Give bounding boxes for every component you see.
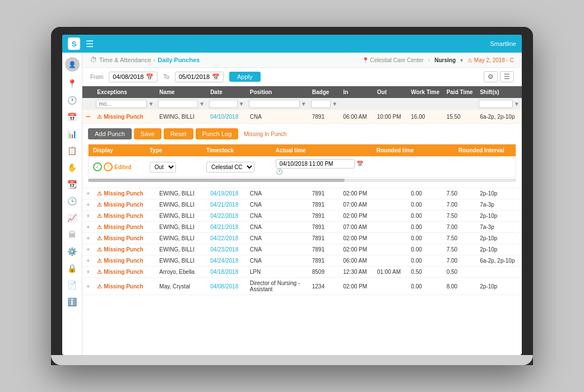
row-shift: 2p-10p — [476, 278, 522, 295]
row-date[interactable]: 04/23/2018 — [207, 244, 247, 255]
settings-icon-btn[interactable]: ⚙ — [484, 71, 498, 82]
col-expand — [82, 86, 94, 98]
exception-badge: ⚠ Missing Punch — [97, 224, 143, 230]
row-badge: 8509 — [309, 267, 340, 278]
sidebar-item-calendar[interactable]: 📅 — [65, 110, 80, 124]
col-in: In — [340, 86, 374, 98]
save-button[interactable]: Save — [134, 128, 161, 139]
sidebar-item-settings[interactable]: ⚙️ — [65, 244, 80, 259]
row-expand-btn[interactable]: + — [82, 199, 94, 211]
filter-name-icon[interactable]: ▼ — [199, 101, 205, 107]
clock-icon[interactable]: 🕐 — [276, 169, 282, 175]
sidebar-item-time[interactable]: 🕐 — [65, 93, 80, 108]
col-work-time: Work Time — [407, 86, 443, 98]
alert-label: ⚠ May 2, 2018 - C — [467, 57, 514, 63]
sidebar-item-location[interactable]: 📍 — [65, 76, 80, 91]
row-collapse-btn[interactable]: − — [82, 110, 94, 124]
row-date[interactable]: 04/19/2018 — [207, 188, 247, 199]
avatar[interactable]: 👤 — [65, 57, 80, 72]
sidebar-item-security[interactable]: 🔒 — [65, 261, 80, 276]
filter-date-input[interactable] — [209, 100, 238, 108]
row-out — [374, 211, 408, 222]
row-expand-btn[interactable]: + — [82, 267, 94, 278]
row-date[interactable]: 04/18/2018 — [207, 267, 247, 278]
to-label: To — [163, 74, 169, 80]
row-date[interactable]: 04/22/2018 — [207, 211, 247, 222]
row-name: EWING, BILLI — [156, 110, 207, 124]
location-label: 📍 Celestial Care Center — [362, 57, 424, 63]
timeclock-select[interactable]: Celestial CC — [206, 162, 254, 172]
filter-exceptions-icon[interactable]: ▼ — [148, 101, 154, 107]
list-icon-btn[interactable]: ☰ — [500, 71, 514, 82]
col-date: Date — [207, 86, 247, 98]
row-work-time: 0.50 — [407, 267, 443, 278]
row-date[interactable]: 04/08/2018 — [207, 278, 247, 295]
row-work-time: 0.00 — [407, 188, 443, 199]
sidebar-item-hand[interactable]: ✋ — [65, 160, 80, 175]
rounded-time — [372, 157, 454, 178]
row-out — [374, 222, 408, 233]
row-date[interactable]: 04/21/2018 — [207, 199, 247, 211]
row-date[interactable]: 04/21/2018 — [207, 222, 247, 233]
add-punch-button[interactable]: Add Punch — [88, 128, 132, 139]
col-shifts: Shift(s) — [476, 86, 522, 98]
type-select[interactable]: Out In — [150, 162, 176, 172]
row-shift — [476, 267, 522, 278]
row-in: 02:00 PM — [340, 188, 374, 199]
row-paid-time: 7.50 — [443, 244, 477, 255]
app-title: Smartline — [490, 40, 516, 47]
row-expand-btn[interactable]: + — [82, 188, 94, 199]
sidebar-item-clock[interactable]: 🕒 — [65, 194, 80, 208]
apply-button[interactable]: Apply — [229, 72, 261, 82]
row-out — [374, 244, 408, 255]
row-badge: 7891 — [309, 222, 340, 233]
table-row: + ⚠ Missing Punch Arroyo, Ebella 04/18/2… — [82, 267, 522, 278]
actual-time-input[interactable] — [276, 159, 355, 169]
from-calendar-icon[interactable]: 📅 — [146, 73, 154, 81]
punch-log-button[interactable]: Punch Log — [196, 128, 239, 139]
row-expand-btn[interactable]: + — [82, 233, 94, 244]
row-date[interactable]: 04/24/2018 — [207, 255, 247, 267]
from-date-input[interactable]: 04/08/2018 📅 — [109, 72, 157, 82]
to-calendar-icon[interactable]: 📅 — [212, 73, 220, 81]
inner-header-row: Display Type Timeclock Actual time Round… — [89, 144, 516, 157]
horizontal-scrollbar[interactable] — [88, 179, 516, 182]
filter-date-icon[interactable]: ▼ — [239, 101, 244, 107]
filter-shift-icon[interactable]: ▼ — [514, 101, 520, 107]
row-shift: 2p-10p — [476, 244, 522, 255]
row-expand-btn[interactable]: + — [82, 211, 94, 222]
filter-position-input[interactable] — [249, 100, 300, 108]
row-name: EWING, BILLI — [156, 188, 207, 199]
row-paid-time: 8.00 — [443, 278, 477, 295]
module-icon: ⏱ — [90, 56, 97, 64]
calendar-icon[interactable]: 📅 — [356, 161, 363, 167]
row-expand-btn[interactable]: + — [82, 222, 94, 233]
filter-badge-icon[interactable]: ▼ — [332, 101, 337, 107]
sidebar-item-schedule[interactable]: 📆 — [65, 177, 80, 192]
table-row: − ⚠ Missing Punch EWING, BILLI 04/10/201… — [82, 110, 522, 124]
to-date-input[interactable]: 05/01/2018 📅 — [175, 72, 224, 82]
col-out: Out — [374, 86, 408, 98]
row-expand-btn[interactable]: + — [82, 278, 94, 295]
row-date[interactable]: 04/10/2018 — [207, 110, 247, 124]
row-out: 10:00 PM — [374, 110, 408, 124]
breadcrumb-right: 📍 Celestial Care Center › Nursing ▾ ⚠ Ma… — [362, 57, 514, 63]
menu-icon[interactable]: ☰ — [86, 39, 94, 49]
reset-button[interactable]: Reset — [164, 128, 193, 139]
row-expand-btn[interactable]: + — [82, 244, 94, 255]
row-expand-btn[interactable]: + — [82, 255, 94, 267]
sidebar-item-docs[interactable]: 📋 — [65, 143, 80, 158]
sidebar-item-reports[interactable]: 📊 — [65, 127, 80, 141]
filter-position-icon[interactable]: ▼ — [301, 101, 307, 107]
sidebar-item-analytics[interactable]: 📈 — [65, 211, 80, 225]
sidebar-item-files[interactable]: 📄 — [65, 278, 80, 292]
sidebar-item-info[interactable]: ℹ️ — [65, 295, 80, 309]
filter-shift-input[interactable] — [479, 100, 513, 108]
rounded-interval — [454, 157, 516, 178]
filter-exceptions-input[interactable] — [96, 100, 147, 108]
filter-name-input[interactable] — [158, 100, 198, 108]
department-label[interactable]: Nursing — [434, 57, 456, 63]
row-date[interactable]: 04/22/2018 — [207, 233, 247, 244]
filter-badge-input[interactable] — [311, 100, 331, 108]
sidebar-item-institution[interactable]: 🏛 — [65, 227, 80, 242]
